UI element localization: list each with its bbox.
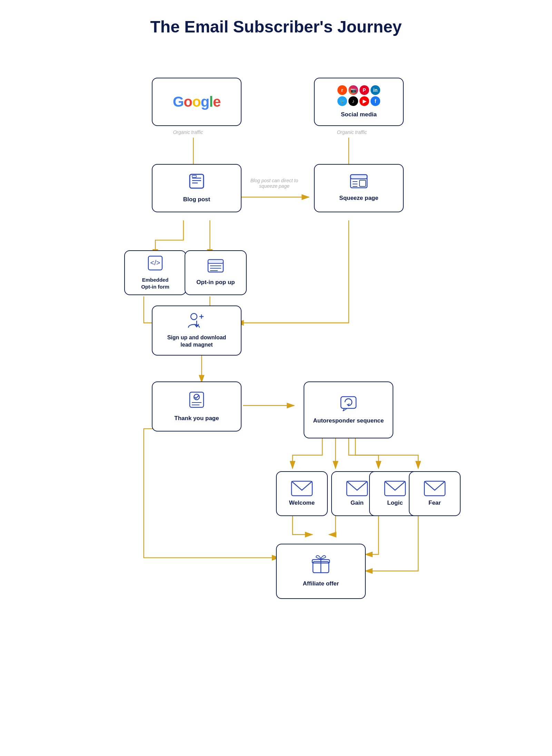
organic-traffic-label-1: Organic traffic — [171, 129, 205, 135]
page-container: The Email Subscriber's Journey — [110, 7, 442, 756]
svg-rect-12 — [192, 175, 196, 177]
squeeze-page-node: Squeeze page — [314, 164, 404, 212]
welcome-label: Welcome — [289, 499, 315, 507]
optin-form-node: </> EmbeddedOpt-in form — [124, 250, 186, 295]
optin-popup-icon — [207, 259, 224, 276]
svg-rect-22 — [208, 260, 223, 263]
blog-squeeze-label: Blog post can direct to squeeze page — [245, 178, 304, 189]
svg-text:</>: </> — [150, 259, 160, 266]
logic-label: Logic — [387, 499, 403, 507]
affiliate-label: Affiliate offer — [303, 580, 339, 588]
optin-popup-label: Opt-in pop up — [196, 279, 235, 286]
signup-node: Sign up and downloadlead magnet — [152, 306, 241, 356]
signup-icon — [188, 312, 206, 331]
thankyou-label: Thank you page — [174, 415, 219, 422]
optin-popup-node: Opt-in pop up — [185, 250, 247, 295]
fear-envelope — [424, 481, 446, 496]
logic-envelope — [384, 481, 406, 496]
gain-envelope — [346, 481, 368, 496]
gain-label: Gain — [351, 499, 364, 507]
welcome-node: Welcome — [276, 471, 328, 516]
youtube-icon: ▶ — [359, 96, 369, 106]
linkedin-icon: in — [371, 85, 380, 95]
facebook-icon: f — [371, 96, 380, 106]
blog-post-label: Blog post — [183, 196, 210, 203]
social-icons-grid: r 📷 P in 🐦 ♪ ▶ f — [337, 85, 380, 106]
fear-node: Fear — [409, 471, 461, 516]
social-media-node: r 📷 P in 🐦 ♪ ▶ f Social media — [314, 78, 404, 126]
autoresponder-label: Autoresponder sequence — [313, 417, 384, 425]
reddit-icon: r — [337, 85, 347, 95]
flow-inner: Google Organic traffic r 📷 P in 🐦 ♪ ▶ f … — [117, 50, 435, 756]
blog-post-node: Blog post — [152, 164, 241, 212]
tiktok-icon: ♪ — [348, 96, 358, 106]
social-media-label: Social media — [341, 111, 377, 118]
instagram-icon: 📷 — [348, 85, 358, 95]
fear-label: Fear — [428, 499, 441, 507]
thankyou-node: Thank you page — [152, 381, 241, 432]
svg-rect-8 — [190, 174, 204, 188]
twitter-icon: 🐦 — [337, 96, 347, 106]
flow-diagram: Google Organic traffic r 📷 P in 🐦 ♪ ▶ f … — [117, 50, 435, 756]
organic-traffic-label-2: Organic traffic — [335, 129, 369, 135]
optin-form-icon: </> — [148, 255, 163, 274]
squeeze-page-label: Squeeze page — [339, 194, 378, 202]
google-node: Google — [152, 78, 241, 126]
welcome-envelope — [291, 481, 313, 496]
optin-form-label: EmbeddedOpt-in form — [141, 277, 169, 290]
page-title: The Email Subscriber's Journey — [117, 17, 435, 36]
thankyou-icon — [188, 391, 205, 412]
signup-label: Sign up and downloadlead magnet — [167, 334, 226, 349]
pinterest-icon: P — [359, 85, 369, 95]
blog-icon — [188, 173, 205, 193]
autoresponder-node: Autoresponder sequence — [304, 381, 393, 438]
svg-rect-14 — [351, 175, 367, 179]
svg-point-26 — [191, 313, 197, 320]
google-logo: Google — [173, 94, 221, 110]
affiliate-node: Affiliate offer — [276, 544, 366, 599]
autoresponder-icon — [339, 395, 357, 414]
affiliate-icon — [312, 555, 330, 577]
squeeze-icon — [350, 174, 368, 192]
svg-rect-15 — [359, 180, 366, 186]
